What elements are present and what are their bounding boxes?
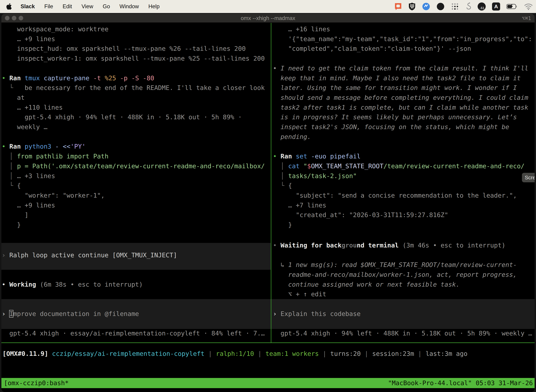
terminal-text-segment: } xyxy=(17,221,21,228)
terminal-text-segment: { xyxy=(288,182,292,189)
terminal-text-segment: • xyxy=(273,153,281,160)
terminal-line: readme-and-reco/mailbox/worker-1.json, a… xyxy=(288,270,517,280)
terminal-text-segment: keep that in mind. Maybe I also need the… xyxy=(281,75,521,82)
terminal-text-segment: from pathlib import Path xyxy=(17,153,109,160)
terminal-text-segment: › xyxy=(273,310,281,317)
terminal-text-segment: Waiting for back xyxy=(281,242,341,249)
chat-bubble-icon[interactable] xyxy=(394,2,402,10)
terminal-text-segment: Ran xyxy=(9,75,21,82)
terminal-text-segment: nd terminal xyxy=(357,242,399,249)
terminal-line: inspect_worker-1: omx sparkshell --tmux-… xyxy=(17,54,265,63)
tmux-pane-right[interactable]: … +16 lines'{"team_name":"my-team","task… xyxy=(271,23,535,342)
terminal-line: keep that in mind. Maybe I also need the… xyxy=(281,73,521,83)
terminal-text-segment: … +16 lines xyxy=(288,25,330,33)
terminal-text-segment: • xyxy=(2,281,9,288)
terminal-line: │ from pathlib import Path xyxy=(9,151,109,161)
terminal-text-segment: cat xyxy=(288,163,300,170)
terminal-text-segment: I need to get the claim token from the c… xyxy=(281,65,528,72)
terminal-line: • Waiting for background terminal (3m 46… xyxy=(273,240,505,250)
crescent-circle-icon[interactable] xyxy=(436,2,445,10)
terminal-text-segment: -euo pipefail xyxy=(307,153,360,160)
terminal-text-segment: pending. xyxy=(281,133,311,140)
keyboard-a-icon[interactable]: A xyxy=(492,2,500,10)
pane-divider-vertical[interactable] xyxy=(271,23,271,342)
terminal-text-segment: continue assigned work or next feasible … xyxy=(288,281,460,288)
terminal-line: │ tasks/task-2.json" xyxy=(281,171,357,181)
terminal-text-segment: is in progress? It seems likely but perh… xyxy=(281,113,517,121)
terminal-text-segment: last:3m ago xyxy=(426,350,467,357)
terminal-text-segment: mprove documentation in @filename xyxy=(13,310,139,317)
terminal-text-segment: at xyxy=(17,94,25,101)
pulse-circle-icon[interactable] xyxy=(422,2,430,10)
pane-divider-horizontal[interactable] xyxy=(1,342,535,343)
terminal-text-segment: [OMX#0.11.9] xyxy=(2,350,48,357)
terminal-text-segment: … +7 lines xyxy=(288,202,326,209)
window-title-bar: omx --xhigh --madmax ⌥⌘1 xyxy=(1,14,535,23)
terminal-line: "subject": "send a concise recommendatio… xyxy=(296,191,517,201)
apple-menu-icon[interactable] xyxy=(6,2,13,10)
terminal-line: ⌥ + ↑ edit xyxy=(288,289,326,299)
terminal-line: weekly … xyxy=(17,122,48,132)
terminal-text-segment: later. Using the same for transition mig… xyxy=(281,84,517,91)
terminal-line: at xyxy=(17,93,25,103)
terminal-line: • Working (6m 38s • esc to interrupt) xyxy=(2,280,143,289)
grid-shield-icon[interactable] xyxy=(408,2,416,11)
terminal-text-segment: › xyxy=(2,310,9,317)
terminal-text-segment xyxy=(21,143,25,150)
menu-item-help[interactable]: Help xyxy=(144,3,164,9)
menu-status-icons: ..61 A xyxy=(394,0,533,13)
terminal-text-segment: session:23m xyxy=(372,350,414,357)
terminal-text-segment: │ xyxy=(281,172,288,179)
terminal-line: gpt-5.4 xhigh · 94% left · 488K in · 5.1… xyxy=(25,112,242,122)
menu-item-go[interactable]: Go xyxy=(98,3,115,9)
terminal-line: › Improve documentation in @filename xyxy=(2,309,139,319)
terminal-line: └ { xyxy=(9,181,21,191)
menu-item-view[interactable]: View xyxy=(77,3,98,9)
terminal-window: omx --xhigh --madmax ⌥⌘1 workspace_mode:… xyxy=(1,14,535,392)
terminal-text-segment: Explain this codebase xyxy=(281,310,360,317)
menu-bar: SlackFileEditViewGoWindowHelp ..61 A xyxy=(0,0,536,13)
terminal-text-segment: | xyxy=(361,350,372,357)
dots-grid-icon[interactable] xyxy=(451,2,459,10)
tmux-pane-left[interactable]: workspace_mode: worktree… +9 linesinspec… xyxy=(1,23,271,342)
terminal-text-segment: be necessary for the end of the README. … xyxy=(13,84,265,91)
gauge-61-icon[interactable]: ..61 xyxy=(478,2,486,10)
terminal-line: pending. xyxy=(281,132,311,142)
window-title: omx --xhigh --madmax xyxy=(1,14,535,23)
terminal-line: } xyxy=(288,220,292,230)
terminal-text-segment: • xyxy=(273,242,281,249)
terminal-line: … +110 lines xyxy=(17,103,63,112)
terminal-line: inspect_hud: omx sparkshell --tmux-pane … xyxy=(17,44,246,54)
terminal-text-segment: ↳ xyxy=(281,261,288,268)
terminal-text-segment: capture-pane xyxy=(40,75,90,82)
terminal-text-segment: (6m 38s • esc to interrupt) xyxy=(36,281,143,288)
terminal-text-segment: │ xyxy=(9,153,17,160)
menu-item-window[interactable]: Window xyxy=(115,3,144,9)
terminal-text-segment: │ xyxy=(9,163,17,170)
terminal-text-segment: … +110 lines xyxy=(17,104,63,111)
terminal-text-segment: gpt-5.4 xhigh · 94% left · 488K in · 5.1… xyxy=(281,330,532,337)
menu-item-edit[interactable]: Edit xyxy=(58,3,77,9)
text-cursor: I xyxy=(9,310,13,317)
wifi-icon[interactable] xyxy=(524,3,533,10)
terminal-text-segment: cczip/essay/ai-reimplementation-copyleft xyxy=(52,350,205,357)
battery-icon[interactable] xyxy=(507,4,518,9)
terminal-text-segment: … +9 lines xyxy=(17,202,55,209)
terminal-text-segment: 1 new msg(s): read $OMX_TEAM_STATE_ROOT/… xyxy=(288,261,517,268)
terminal-text-segment: └ xyxy=(9,84,13,91)
terminal-text-segment: workspace_mode: worktree xyxy=(17,25,109,33)
terminal-text-segment: • xyxy=(2,75,9,82)
menu-item-slack[interactable]: Slack xyxy=(16,3,40,9)
terminal-text-segment: gpt-5.4 xhigh · essay/ai-reimplementatio… xyxy=(9,330,265,337)
screen-notification-overlay[interactable]: Scre xyxy=(522,173,535,182)
terminal-line: is in progress? It seems likely but perh… xyxy=(281,112,517,122)
terminal-line: ↳ 1 new msg(s): read $OMX_TEAM_STATE_ROO… xyxy=(281,260,517,270)
link-squiggle-icon[interactable] xyxy=(465,2,471,11)
terminal-text-segment: Ralph loop active continue [OMX_TMUX_INJ… xyxy=(9,252,177,259)
terminal-line: gpt-5.4 xhigh · 94% left · 488K in · 5.1… xyxy=(281,328,532,338)
terminal-text-segment: … +9 lines xyxy=(17,35,55,42)
terminal-text-segment: "completed","claim_token":"claim-token"}… xyxy=(288,45,471,52)
menu-item-file[interactable]: File xyxy=(40,3,58,9)
terminal-line: workspace_mode: worktree xyxy=(17,24,109,34)
terminal-text-segment: " xyxy=(303,163,307,170)
